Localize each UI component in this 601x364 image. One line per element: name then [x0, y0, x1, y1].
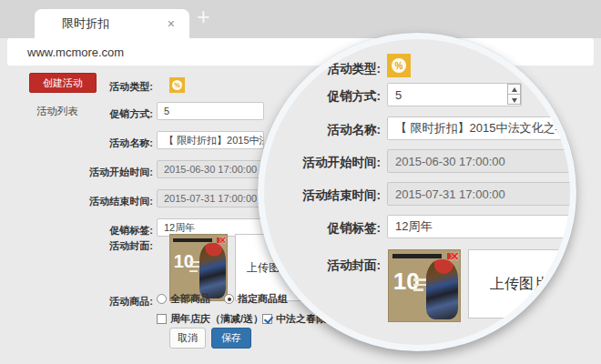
radio-all-products[interactable]: 全部商品: [157, 292, 210, 306]
stepper-down-icon[interactable]: [507, 94, 521, 105]
promo-method-input[interactable]: 5: [387, 83, 522, 106]
upload-image-button[interactable]: 上传图片: [468, 249, 570, 318]
cover-image-thumbnail: 10 ×: [169, 234, 228, 301]
end-time-input[interactable]: 2015-07-31 17:00:00: [157, 189, 264, 207]
tab-title: 限时折扣: [62, 15, 109, 32]
end-time-label: 活动结束时间:: [258, 187, 381, 204]
discount-percent-icon: %: [387, 54, 411, 77]
delete-image-icon[interactable]: ×: [219, 234, 227, 247]
end-time-label: 活动结束时间:: [25, 195, 153, 208]
save-button[interactable]: 保存: [211, 328, 251, 349]
browser-window: 限时折扣 × + www.mcmore.com 创建活动 活动列表 活动类型: …: [0, 0, 601, 364]
cover-image-thumbnail: 10 ×: [388, 249, 461, 322]
promo-method-input[interactable]: 5: [157, 102, 264, 120]
discount-percent-icon: %: [169, 77, 185, 93]
radio-selected-icon[interactable]: [224, 294, 234, 304]
start-time-input[interactable]: 2015-06-30 17:00:00: [387, 149, 576, 173]
activity-products-label: 活动商品:: [25, 295, 153, 308]
url-text: www.mcmore.com: [27, 46, 124, 59]
close-tab-icon[interactable]: ×: [168, 16, 175, 31]
browser-tab[interactable]: 限时折扣 ×: [35, 9, 189, 38]
activity-name-input[interactable]: 【 限时折扣】2015中法文化之春: [387, 116, 576, 140]
start-time-label: 活动开始时间:: [258, 155, 381, 171]
start-time-input[interactable]: 2015-06-30 17:00:00: [157, 160, 264, 178]
promo-tag-input[interactable]: 12周年: [387, 215, 576, 238]
poster-mask-face: [426, 259, 459, 319]
checkbox-icon[interactable]: [157, 314, 167, 324]
poster-title-bar: [392, 254, 443, 258]
checkbox-anniversary[interactable]: 周年店庆（满减/送）: [157, 312, 263, 326]
promo-method-label: 促销方式:: [258, 88, 381, 105]
number-stepper[interactable]: [507, 84, 521, 106]
magnifier-circle: 活动类型: % 促销方式: 5 活动名称: 【 限时折扣】2015中法文化之春 …: [258, 33, 576, 351]
promo-tag-label: 促销标签:: [25, 224, 153, 238]
cancel-button[interactable]: 取消: [169, 328, 206, 349]
activity-name-label: 活动名称:: [25, 136, 153, 150]
new-tab-icon[interactable]: +: [197, 4, 210, 30]
end-time-input[interactable]: 2015-07-31 17:00:00: [387, 182, 576, 206]
activity-name-label: 活动名称:: [258, 122, 381, 138]
browser-chrome: 限时折扣 × +: [0, 0, 601, 38]
activity-name-input[interactable]: 【 限时折扣】2015中法文化之春: [157, 131, 264, 149]
promo-tag-label: 促销标签:: [258, 220, 381, 237]
delete-image-icon[interactable]: ×: [450, 249, 459, 266]
radio-product-group[interactable]: 指定商品组: [224, 292, 288, 306]
start-time-label: 活动开始时间:: [25, 166, 153, 179]
radio-icon[interactable]: [157, 294, 167, 304]
activity-type-label: 活动类型:: [25, 80, 153, 94]
activity-cover-label: 活动封面:: [25, 239, 153, 253]
poster-title-bar: [173, 238, 212, 242]
checkbox-checked-icon[interactable]: [262, 314, 272, 324]
promo-method-label: 促销方式:: [25, 107, 153, 121]
poster-mask-face: [199, 243, 226, 298]
